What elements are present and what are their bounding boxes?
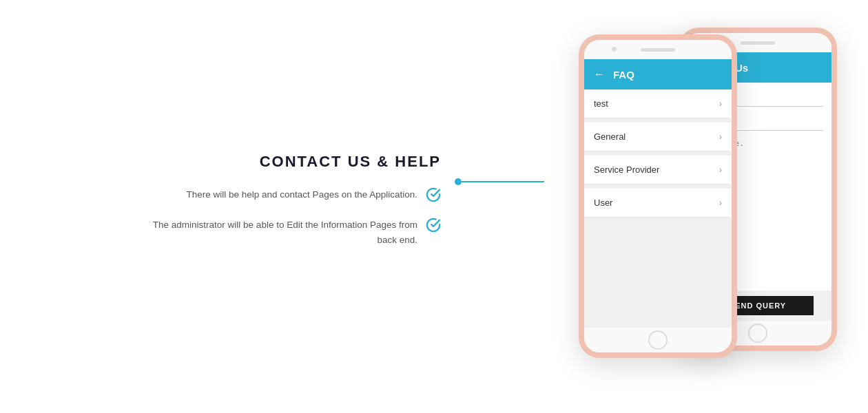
feature-text-2: The administrator will be able to Edit t… [152,218,417,247]
faq-item-label-user: User [594,198,612,208]
chevron-icon-test: › [719,98,722,109]
faq-item-label-service-provider: Service Provider [594,165,659,175]
feature-text-1: There will be help and contact Pages on … [187,187,417,202]
phone-speaker-front [641,48,675,52]
section-title: CONTACT US & HELP [260,153,441,171]
phone-bottom-front [584,328,732,352]
connector-line [455,181,544,182]
faq-item-label-test: test [594,98,608,109]
faq-item-user[interactable]: User › [584,189,732,218]
phone-faq: ← FAQ test › General › Service Provider … [579,34,737,358]
faq-header-title: FAQ [613,69,634,81]
home-button-front[interactable] [648,330,668,350]
back-arrow-icon[interactable]: ← [594,68,605,81]
feature-item-1: There will be help and contact Pages on … [187,187,441,205]
phone-speaker-back [741,41,775,45]
check-icon-2 [426,218,441,235]
faq-item-general[interactable]: General › [584,123,732,151]
phones-container: Contact Us SEND QUERY ← FAQ [544,0,868,413]
chevron-icon-general: › [719,131,722,142]
phone-top-front [584,40,732,59]
faq-list: test › General › Service Provider › User… [584,89,732,328]
phone-screen-faq: ← FAQ test › General › Service Provider … [584,59,732,328]
connector-line-bar [462,181,544,182]
chevron-icon-user: › [719,198,722,208]
faq-item-service-provider[interactable]: Service Provider › [584,156,732,184]
chevron-icon-service-provider: › [719,165,722,175]
phone-camera-front [612,47,617,52]
connector-dot [455,178,462,185]
faq-item-test[interactable]: test › [584,89,732,118]
check-icon-1 [426,187,441,205]
feature-item-2: The administrator will be able to Edit t… [152,218,441,247]
faq-app-header: ← FAQ [584,59,732,89]
home-button-back[interactable] [748,324,767,343]
faq-item-label-general: General [594,131,626,142]
left-content: CONTACT US & HELP There will be help and… [0,0,482,413]
